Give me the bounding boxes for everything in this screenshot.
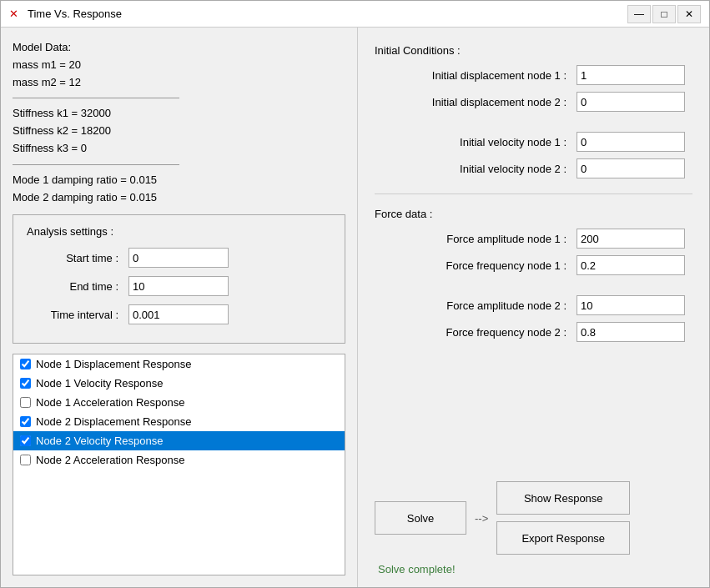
checkbox-2[interactable] bbox=[20, 397, 31, 408]
force-amp-node2-input[interactable] bbox=[577, 295, 685, 315]
disp-node1-input[interactable] bbox=[577, 65, 685, 85]
checkbox-3[interactable] bbox=[20, 416, 31, 427]
model-damping2: Mode 2 damping ratio = 0.015 bbox=[13, 189, 345, 207]
vel-node2-label: Initial velocity node 2 : bbox=[375, 163, 566, 175]
arrow-label: --> bbox=[475, 512, 488, 525]
divider2 bbox=[13, 164, 179, 165]
checkbox-label-4: Node 2 Velocity Response bbox=[36, 435, 163, 447]
force-amp-node1-input[interactable] bbox=[577, 229, 685, 249]
end-time-label: End time : bbox=[27, 280, 118, 293]
disp-node2-label: Initial displacement node 2 : bbox=[375, 96, 566, 108]
model-damping1: Mode 1 damping ratio = 0.015 bbox=[13, 172, 345, 189]
title-bar-buttons: — □ ✕ bbox=[627, 5, 701, 23]
vel-node1-input[interactable] bbox=[577, 132, 685, 152]
end-time-row: End time : bbox=[27, 276, 331, 296]
analysis-settings-title: Analysis settings : bbox=[27, 225, 331, 238]
checkbox-item-5[interactable]: Node 2 Acceleration Response bbox=[13, 450, 345, 470]
solve-complete-text: Solve complete! bbox=[378, 563, 456, 575]
model-mass2: mass m2 = 12 bbox=[13, 74, 345, 92]
content-area: Model Data: mass m1 = 20 mass m2 = 12 St… bbox=[1, 28, 709, 587]
close-button[interactable]: ✕ bbox=[677, 5, 701, 23]
model-stiffness1: Stiffness k1 = 32000 bbox=[13, 105, 345, 123]
bottom-buttons-row: Solve --> Show Response Export Response bbox=[375, 481, 692, 555]
checkbox-item-1[interactable]: Node 1 Velocity Response bbox=[13, 374, 345, 393]
checkbox-label-0: Node 1 Displacement Response bbox=[36, 358, 191, 370]
disp-node2-row: Initial displacement node 2 : bbox=[375, 92, 692, 112]
checkbox-item-3[interactable]: Node 2 Displacement Response bbox=[13, 412, 345, 431]
checkbox-1[interactable] bbox=[20, 378, 31, 389]
force-amp-node1-row: Force amplitude node 1 : bbox=[375, 229, 692, 249]
model-data-section: Model Data: mass m1 = 20 mass m2 = 12 St… bbox=[13, 39, 345, 206]
title-bar: ✕ Time Vs. Response — □ ✕ bbox=[1, 1, 709, 28]
disp-node1-row: Initial displacement node 1 : bbox=[375, 65, 692, 85]
solve-button[interactable]: Solve bbox=[375, 501, 466, 535]
minimize-button[interactable]: — bbox=[627, 5, 651, 23]
checkbox-label-1: Node 1 Velocity Response bbox=[36, 377, 163, 389]
title-bar-left: ✕ Time Vs. Response bbox=[9, 8, 122, 21]
force-data-title: Force data : bbox=[375, 208, 692, 220]
model-mass1: mass m1 = 20 bbox=[13, 57, 345, 74]
bottom-section: Solve --> Show Response Export Response … bbox=[375, 458, 692, 575]
force-freq-node2-row: Force frequency node 2 : bbox=[375, 322, 692, 342]
start-time-input[interactable] bbox=[128, 248, 229, 268]
checkbox-label-3: Node 2 Displacement Response bbox=[36, 415, 191, 428]
checkbox-item-4[interactable]: Node 2 Velocity Response bbox=[13, 431, 345, 450]
force-freq-node1-row: Force frequency node 1 : bbox=[375, 255, 692, 275]
right-panel: Initial Conditions : Initial displacemen… bbox=[358, 28, 709, 587]
initial-conditions-title: Initial Conditions : bbox=[375, 44, 692, 57]
disp-node2-input[interactable] bbox=[577, 92, 685, 112]
time-interval-input[interactable] bbox=[128, 304, 229, 324]
start-time-label: Start time : bbox=[27, 252, 118, 264]
end-time-input[interactable] bbox=[128, 276, 229, 296]
start-time-row: Start time : bbox=[27, 248, 331, 268]
model-stiffness2: Stiffness k2 = 18200 bbox=[13, 123, 345, 140]
model-stiffness3: Stiffness k3 = 0 bbox=[13, 140, 345, 158]
checkbox-item-2[interactable]: Node 1 Acceleration Response bbox=[13, 393, 345, 412]
force-amp-node1-label: Force amplitude node 1 : bbox=[375, 233, 566, 245]
force-freq-node2-input[interactable] bbox=[577, 322, 685, 342]
checkbox-0[interactable] bbox=[20, 359, 31, 369]
analysis-settings-box: Analysis settings : Start time : End tim… bbox=[13, 214, 345, 344]
vel-node2-input[interactable] bbox=[577, 158, 685, 178]
model-data-title: Model Data: bbox=[13, 39, 345, 57]
show-response-button[interactable]: Show Response bbox=[496, 481, 630, 515]
checkbox-label-2: Node 1 Acceleration Response bbox=[36, 396, 185, 409]
checkbox-4[interactable] bbox=[20, 435, 31, 446]
force-freq-node2-label: Force frequency node 2 : bbox=[375, 326, 566, 339]
solve-complete-area: Solve complete! bbox=[378, 563, 692, 575]
time-interval-row: Time interval : bbox=[27, 304, 331, 324]
maximize-button[interactable]: □ bbox=[652, 5, 676, 23]
checkbox-item-0[interactable]: Node 1 Displacement Response bbox=[13, 354, 345, 374]
divider1 bbox=[13, 98, 179, 98]
checkbox-5[interactable] bbox=[20, 455, 31, 465]
export-response-button[interactable]: Export Response bbox=[496, 521, 630, 555]
left-panel: Model Data: mass m1 = 20 mass m2 = 12 St… bbox=[1, 28, 358, 587]
right-divider1 bbox=[375, 193, 692, 194]
right-buttons: Show Response Export Response bbox=[496, 481, 630, 555]
window-title: Time Vs. Response bbox=[28, 8, 122, 20]
vel-node2-row: Initial velocity node 2 : bbox=[375, 158, 692, 178]
force-freq-node1-label: Force frequency node 1 : bbox=[375, 259, 566, 272]
force-freq-node1-input[interactable] bbox=[577, 255, 685, 275]
force-amp-node2-label: Force amplitude node 2 : bbox=[375, 299, 566, 312]
time-interval-label: Time interval : bbox=[27, 309, 118, 321]
app-icon: ✕ bbox=[9, 8, 23, 21]
checkbox-label-5: Node 2 Acceleration Response bbox=[36, 454, 185, 466]
disp-node1-label: Initial displacement node 1 : bbox=[375, 69, 566, 82]
checkbox-list: Node 1 Displacement ResponseNode 1 Veloc… bbox=[13, 354, 345, 575]
main-window: ✕ Time Vs. Response — □ ✕ Model Data: ma… bbox=[0, 0, 710, 588]
force-amp-node2-row: Force amplitude node 2 : bbox=[375, 295, 692, 315]
vel-node1-row: Initial velocity node 1 : bbox=[375, 132, 692, 152]
vel-node1-label: Initial velocity node 1 : bbox=[375, 136, 566, 148]
